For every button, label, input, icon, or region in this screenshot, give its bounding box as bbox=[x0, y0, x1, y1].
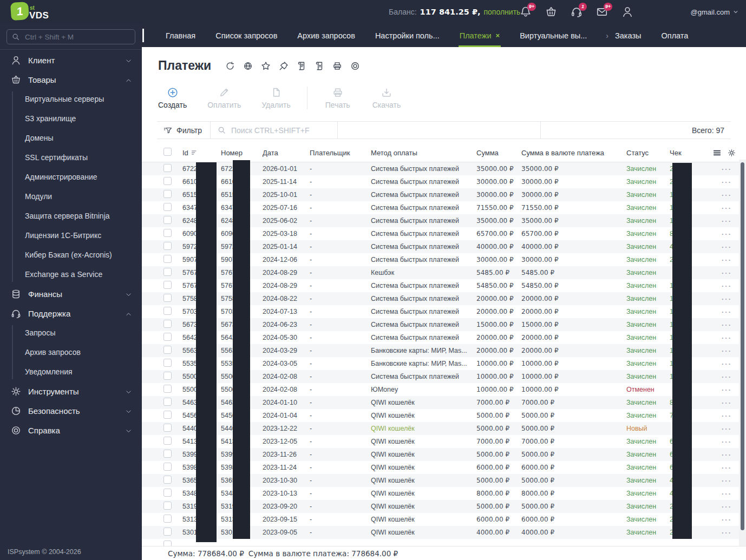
sidebar-subitem-защита-сервера-bitninja[interactable]: Защита сервера Bitninja bbox=[0, 206, 142, 226]
row-checkbox[interactable] bbox=[163, 515, 172, 523]
sidebar-item-клиент[interactable]: Клиент bbox=[0, 50, 142, 70]
select-all-checkbox[interactable] bbox=[163, 148, 172, 156]
topup-link[interactable]: пополнить bbox=[483, 8, 520, 16]
refresh-icon[interactable] bbox=[225, 61, 235, 71]
log-icon[interactable] bbox=[297, 61, 306, 71]
row-actions-menu[interactable]: ··· bbox=[722, 256, 732, 264]
row-checkbox[interactable] bbox=[163, 177, 172, 185]
tab-close-icon[interactable]: × bbox=[496, 31, 500, 39]
tab-overflow-chevron-icon[interactable]: › bbox=[606, 24, 608, 47]
column-payer[interactable]: Плательщик bbox=[310, 149, 371, 157]
row-actions-menu[interactable]: ··· bbox=[722, 165, 732, 173]
row-checkbox[interactable] bbox=[163, 255, 172, 263]
support-headset-icon[interactable]: 1 bbox=[571, 6, 583, 18]
row-actions-menu[interactable]: ··· bbox=[722, 321, 732, 329]
sidebar-subitem-администрирование[interactable]: Администрирование bbox=[0, 167, 142, 187]
row-checkbox[interactable] bbox=[163, 411, 172, 419]
row-actions-menu[interactable]: ··· bbox=[722, 412, 732, 420]
export-icon[interactable] bbox=[315, 61, 324, 71]
column-id[interactable]: Id bbox=[182, 149, 221, 157]
printer-icon[interactable] bbox=[332, 61, 342, 71]
column-number[interactable]: Номер bbox=[221, 149, 263, 157]
ring-icon[interactable] bbox=[350, 61, 360, 71]
account-menu[interactable]: @gmail.com bbox=[691, 0, 738, 24]
row-checkbox[interactable] bbox=[163, 203, 172, 211]
tab-платежи[interactable]: Платежи× bbox=[459, 24, 501, 47]
notifications-bell-icon[interactable]: 9+ bbox=[520, 6, 532, 18]
sidebar-subitem-виртуальные-серверы[interactable]: Виртуальные серверы bbox=[0, 89, 142, 109]
row-checkbox[interactable] bbox=[163, 268, 172, 276]
sidebar-subitem-exchange-as-a-service[interactable]: Exchange as a Service bbox=[0, 265, 142, 284]
row-checkbox[interactable] bbox=[163, 333, 172, 341]
row-actions-menu[interactable]: ··· bbox=[722, 373, 732, 381]
row-actions-menu[interactable]: ··· bbox=[722, 178, 732, 186]
filter-button[interactable]: Фильтр bbox=[163, 122, 202, 139]
row-checkbox[interactable] bbox=[163, 437, 172, 445]
column-amount-currency[interactable]: Сумма в валюте платежа bbox=[521, 149, 626, 157]
row-actions-menu[interactable]: ··· bbox=[722, 503, 732, 511]
row-checkbox[interactable] bbox=[163, 528, 172, 536]
создать-button[interactable]: Создать bbox=[158, 87, 187, 109]
sidebar-subitem-домены[interactable]: Домены bbox=[0, 128, 142, 148]
sidebar-item-справка[interactable]: Справка bbox=[0, 420, 142, 440]
row-actions-menu[interactable]: ··· bbox=[722, 529, 732, 537]
row-actions-menu[interactable]: ··· bbox=[722, 399, 732, 407]
table-search-input[interactable] bbox=[230, 126, 344, 135]
row-actions-menu[interactable]: ··· bbox=[722, 516, 732, 524]
row-actions-menu[interactable]: ··· bbox=[722, 217, 732, 225]
row-checkbox[interactable] bbox=[163, 164, 172, 172]
tab-виртуальные-вы-[interactable]: Виртуальные вы... bbox=[519, 24, 588, 47]
table-row-partial[interactable] bbox=[142, 539, 746, 546]
sidebar-search-input[interactable] bbox=[24, 32, 130, 42]
row-checkbox[interactable] bbox=[163, 502, 172, 510]
table-search[interactable] bbox=[218, 122, 344, 139]
row-checkbox[interactable] bbox=[163, 476, 172, 484]
row-actions-menu[interactable]: ··· bbox=[722, 490, 732, 498]
globe-link-icon[interactable] bbox=[243, 61, 253, 71]
row-actions-menu[interactable]: ··· bbox=[722, 282, 732, 290]
row-actions-menu[interactable]: ··· bbox=[722, 425, 732, 433]
sidebar-subitem-лицензии-1с-битрикс[interactable]: Лицензии 1С-Битрикс bbox=[0, 226, 142, 245]
tab-заказы[interactable]: Заказы bbox=[614, 24, 642, 47]
sidebar-item-финансы[interactable]: Финансы bbox=[0, 284, 142, 304]
row-actions-menu[interactable]: ··· bbox=[722, 386, 732, 394]
sidebar-subitem-модули[interactable]: Модули bbox=[0, 187, 142, 206]
row-actions-menu[interactable]: ··· bbox=[722, 191, 732, 199]
row-checkbox[interactable] bbox=[163, 307, 172, 315]
row-actions-menu[interactable]: ··· bbox=[722, 360, 732, 368]
row-checkbox[interactable] bbox=[163, 216, 172, 224]
row-checkbox[interactable] bbox=[163, 372, 172, 380]
row-actions-menu[interactable]: ··· bbox=[722, 295, 732, 303]
column-method[interactable]: Метод оплаты bbox=[371, 149, 476, 157]
cart-icon[interactable] bbox=[545, 6, 557, 18]
row-actions-menu[interactable]: ··· bbox=[722, 334, 732, 342]
star-icon[interactable] bbox=[261, 61, 271, 71]
tab-оплата[interactable]: Оплата bbox=[660, 24, 690, 47]
row-checkbox[interactable] bbox=[163, 281, 172, 289]
row-actions-menu[interactable]: ··· bbox=[722, 230, 732, 238]
row-actions-menu[interactable]: ··· bbox=[722, 464, 732, 472]
row-checkbox[interactable] bbox=[163, 190, 172, 198]
row-checkbox[interactable] bbox=[163, 424, 172, 432]
firstvds-logo[interactable]: 1 st VDS bbox=[11, 2, 49, 20]
table-settings-gear-icon[interactable] bbox=[728, 149, 736, 157]
row-checkbox[interactable] bbox=[163, 346, 172, 354]
row-density-icon[interactable] bbox=[713, 149, 721, 157]
column-amount[interactable]: Сумма bbox=[476, 149, 521, 157]
pin-icon[interactable] bbox=[279, 61, 289, 71]
sidebar-item-безопасность[interactable]: Безопасность bbox=[0, 401, 142, 420]
sidebar-search[interactable] bbox=[6, 29, 135, 44]
row-actions-menu[interactable]: ··· bbox=[722, 204, 732, 212]
row-checkbox[interactable] bbox=[163, 385, 172, 393]
row-actions-menu[interactable]: ··· bbox=[722, 477, 732, 485]
row-checkbox[interactable] bbox=[163, 541, 172, 546]
user-avatar-icon[interactable] bbox=[621, 6, 633, 18]
mail-icon[interactable]: 9+ bbox=[596, 6, 608, 18]
sidebar-subitem-архив-запросов[interactable]: Архив запросов bbox=[0, 342, 142, 362]
sidebar-item-поддержка[interactable]: Поддержка bbox=[0, 304, 142, 323]
sidebar-item-инструменты[interactable]: Инструменты bbox=[0, 381, 142, 401]
row-checkbox[interactable] bbox=[163, 359, 172, 367]
row-actions-menu[interactable]: ··· bbox=[722, 269, 732, 277]
tab-список-запросов[interactable]: Список запросов bbox=[214, 24, 278, 47]
column-date[interactable]: Дата bbox=[263, 149, 310, 157]
